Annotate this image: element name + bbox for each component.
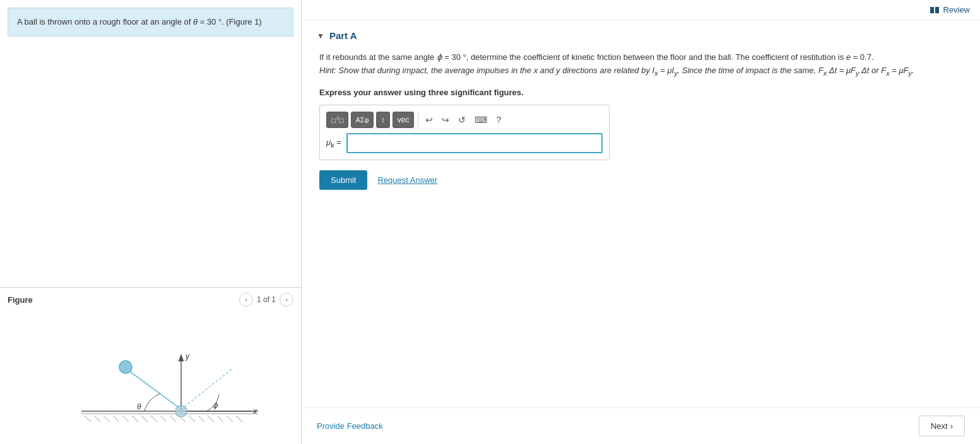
svg-line-7 xyxy=(132,416,138,422)
toolbar-separator xyxy=(418,113,418,127)
review-icon xyxy=(930,7,939,13)
svg-line-23 xyxy=(126,368,181,409)
svg-line-17 xyxy=(227,416,233,422)
vec-button[interactable]: vec xyxy=(393,112,415,128)
review-icon-square2 xyxy=(935,7,939,13)
review-label: Review xyxy=(943,5,970,15)
answer-label: μk = xyxy=(326,137,341,149)
svg-line-10 xyxy=(160,416,167,422)
answer-input[interactable] xyxy=(346,133,603,153)
svg-line-9 xyxy=(151,416,157,422)
figure-diagram: y x θ ϕ xyxy=(44,318,258,431)
next-label: Next xyxy=(931,421,948,431)
action-row: Submit Request Answer xyxy=(319,170,965,190)
svg-line-11 xyxy=(170,416,176,422)
greek-symbol-label: ΑΣφ xyxy=(355,116,369,124)
figure-image: y x θ ϕ xyxy=(0,312,301,444)
redo-button[interactable]: ↪ xyxy=(439,112,452,128)
problem-statement: A ball is thrown onto a rough floor at a… xyxy=(8,8,293,37)
right-panel: Review ▼ Part A If it rebounds at the sa… xyxy=(302,0,980,444)
svg-line-26 xyxy=(181,368,233,409)
keyboard-button[interactable]: ⌨ xyxy=(471,112,490,128)
figure-prev-button[interactable]: ‹ xyxy=(239,293,253,307)
math-input-container: □√□ ΑΣφ ↕ vec ↩ ↪ ↺ ⌨ ? xyxy=(319,105,610,160)
part-title: Part A xyxy=(329,30,357,41)
problem-text: A ball is thrown onto a rough floor at a… xyxy=(17,17,262,26)
svg-line-2 xyxy=(85,416,91,422)
svg-line-15 xyxy=(208,416,214,422)
part-section: ▼ Part A If it rebounds at the same angl… xyxy=(302,20,980,407)
svg-point-24 xyxy=(119,361,132,373)
part-content: If it rebounds at the same angle ϕ = 30 … xyxy=(319,51,965,190)
problem-description: If it rebounds at the same angle ϕ = 30 … xyxy=(319,51,965,79)
figure-next-button[interactable]: › xyxy=(280,293,293,307)
arrows-label: ↕ xyxy=(381,115,385,124)
express-text: Express your answer using three signific… xyxy=(319,88,965,97)
math-symbol-button[interactable]: □√□ xyxy=(326,112,348,128)
arrows-button[interactable]: ↕ xyxy=(376,112,390,128)
svg-line-8 xyxy=(141,416,148,422)
vec-label: vec xyxy=(398,115,410,124)
review-link[interactable]: Review xyxy=(930,5,970,15)
review-bar: Review xyxy=(302,0,980,20)
math-symbol-label: □√□ xyxy=(331,115,343,125)
hint-text: Hint: Show that during impact, the avera… xyxy=(319,66,914,75)
svg-line-16 xyxy=(217,416,223,422)
svg-line-4 xyxy=(103,416,110,422)
math-toolbar: □√□ ΑΣφ ↕ vec ↩ ↪ ↺ ⌨ ? xyxy=(326,112,603,128)
left-panel: A ball is thrown onto a rough floor at a… xyxy=(0,0,302,444)
svg-line-5 xyxy=(113,416,119,422)
collapse-icon[interactable]: ▼ xyxy=(317,32,324,40)
svg-line-18 xyxy=(236,416,242,422)
submit-button[interactable]: Submit xyxy=(319,170,367,190)
greek-symbol-button[interactable]: ΑΣφ xyxy=(351,112,373,128)
request-answer-link[interactable]: Request Answer xyxy=(377,175,437,185)
svg-point-25 xyxy=(175,406,187,417)
svg-text:θ: θ xyxy=(137,402,141,411)
svg-text:x: x xyxy=(252,407,257,416)
reset-button[interactable]: ↺ xyxy=(455,112,469,128)
review-icon-square1 xyxy=(930,7,934,13)
next-chevron-icon: › xyxy=(950,421,953,431)
figure-header: Figure ‹ 1 of 1 › xyxy=(0,288,301,312)
provide-feedback-link[interactable]: Provide Feedback xyxy=(317,421,383,431)
svg-line-3 xyxy=(94,416,100,422)
figure-nav: ‹ 1 of 1 › xyxy=(239,293,293,307)
svg-text:ϕ: ϕ xyxy=(213,401,218,410)
figure-title: Figure xyxy=(8,295,33,305)
bottom-bar: Provide Feedback Next › xyxy=(302,407,980,444)
help-button[interactable]: ? xyxy=(493,112,504,128)
figure-counter: 1 of 1 xyxy=(257,295,276,304)
next-button[interactable]: Next › xyxy=(919,416,965,436)
svg-text:y: y xyxy=(185,352,190,361)
answer-row: μk = xyxy=(326,133,603,153)
figure-section: Figure ‹ 1 of 1 › xyxy=(0,287,301,444)
svg-line-6 xyxy=(122,416,129,422)
undo-button[interactable]: ↩ xyxy=(422,112,436,128)
svg-line-14 xyxy=(198,416,204,422)
part-header: ▼ Part A xyxy=(317,30,965,41)
svg-line-13 xyxy=(189,416,195,422)
